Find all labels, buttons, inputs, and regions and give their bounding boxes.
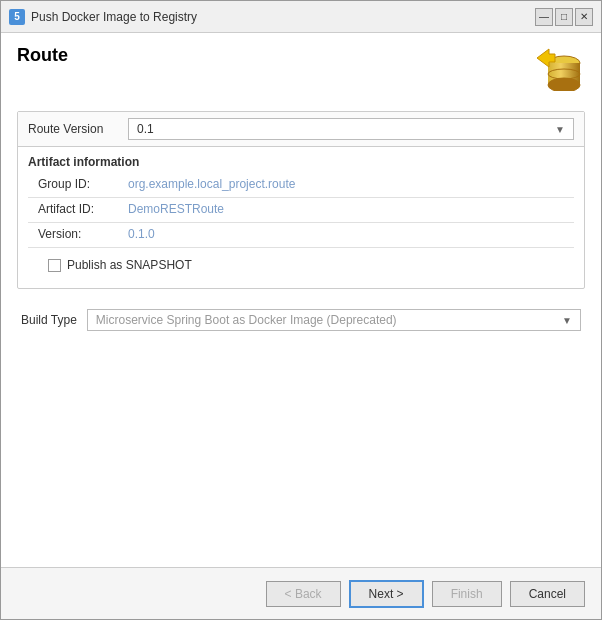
content-area: Route	[1, 33, 601, 567]
build-type-select[interactable]: Microservice Spring Boot as Docker Image…	[87, 309, 581, 331]
artifact-id-row: Artifact ID: DemoRESTRoute	[28, 202, 574, 216]
chevron-down-icon: ▼	[555, 124, 565, 135]
form-section: Route Version 0.1 ▼ Artifact information…	[17, 111, 585, 289]
version-row: Version: 0.1.0	[28, 227, 574, 241]
minimize-button[interactable]: —	[535, 8, 553, 26]
back-button[interactable]: < Back	[266, 581, 341, 607]
titlebar: 5 Push Docker Image to Registry — □ ✕	[1, 1, 601, 33]
finish-button[interactable]: Finish	[432, 581, 502, 607]
maximize-button[interactable]: □	[555, 8, 573, 26]
window-title: Push Docker Image to Registry	[31, 10, 197, 24]
button-bar: < Back Next > Finish Cancel	[1, 567, 601, 619]
version-label: Version:	[38, 227, 128, 241]
titlebar-left: 5 Push Docker Image to Registry	[9, 9, 197, 25]
cancel-button[interactable]: Cancel	[510, 581, 585, 607]
header-icon-container	[533, 45, 585, 97]
divider-3	[28, 247, 574, 248]
main-window: 5 Push Docker Image to Registry — □ ✕ Ro…	[0, 0, 602, 620]
page-title: Route	[17, 45, 68, 66]
artifact-id-value: DemoRESTRoute	[128, 202, 224, 216]
spacer	[17, 339, 585, 555]
group-id-label: Group ID:	[38, 177, 128, 191]
divider-1	[28, 197, 574, 198]
close-button[interactable]: ✕	[575, 8, 593, 26]
route-version-select[interactable]: 0.1 ▼	[128, 118, 574, 140]
svg-marker-0	[537, 49, 555, 67]
titlebar-controls: — □ ✕	[535, 8, 593, 26]
group-id-value: org.example.local_project.route	[128, 177, 295, 191]
snapshot-label: Publish as SNAPSHOT	[67, 258, 192, 272]
svg-point-4	[548, 78, 580, 91]
build-type-value: Microservice Spring Boot as Docker Image…	[96, 313, 397, 327]
page-header: Route	[17, 45, 585, 97]
build-type-label: Build Type	[21, 313, 77, 327]
artifact-section-title: Artifact information	[28, 155, 574, 169]
group-id-row: Group ID: org.example.local_project.rout…	[28, 177, 574, 191]
artifact-id-label: Artifact ID:	[38, 202, 128, 216]
route-version-row: Route Version 0.1 ▼	[18, 112, 584, 147]
divider-2	[28, 222, 574, 223]
build-type-row: Build Type Microservice Spring Boot as D…	[17, 301, 585, 339]
snapshot-checkbox[interactable]	[48, 259, 61, 272]
arrow-icon	[535, 47, 557, 72]
app-icon: 5	[9, 9, 25, 25]
build-type-chevron-icon: ▼	[562, 315, 572, 326]
route-version-label: Route Version	[28, 122, 128, 136]
version-value: 0.1.0	[128, 227, 155, 241]
snapshot-row: Publish as SNAPSHOT	[28, 252, 574, 278]
next-button[interactable]: Next >	[349, 580, 424, 608]
artifact-section: Artifact information Group ID: org.examp…	[18, 147, 584, 288]
route-version-value: 0.1	[137, 122, 154, 136]
